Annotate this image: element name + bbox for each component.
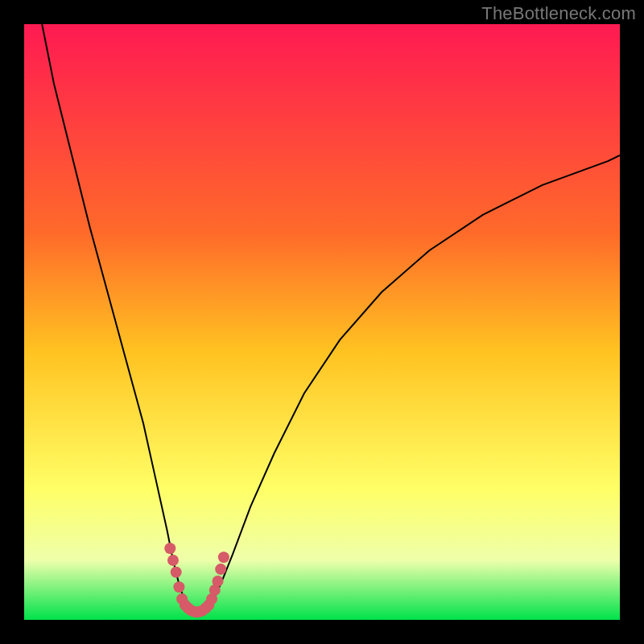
chart-canvas: [24, 24, 620, 620]
marker-dot: [215, 564, 226, 575]
chart-svg: [24, 24, 620, 620]
marker-dot: [167, 555, 179, 566]
outer-black-frame: TheBottleneck.com: [0, 0, 644, 644]
watermark-text: TheBottleneck.com: [481, 3, 636, 24]
gradient-background: [24, 24, 620, 620]
marker-dot: [171, 567, 182, 578]
marker-dot: [173, 581, 184, 592]
marker-dot: [218, 551, 229, 563]
marker-dot: [213, 576, 224, 587]
marker-dot: [164, 543, 175, 554]
